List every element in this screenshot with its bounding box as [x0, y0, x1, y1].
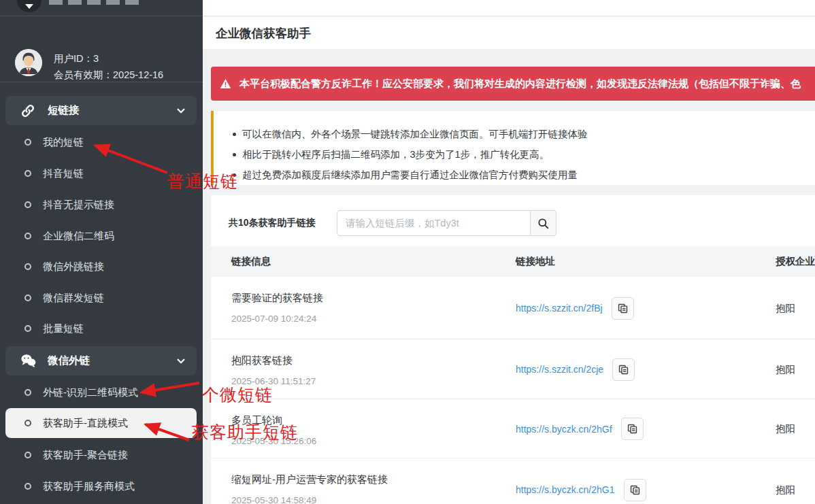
circle-bullet-icon [24, 483, 31, 490]
circle-bullet-icon [24, 170, 31, 177]
circle-bullet-icon [24, 201, 31, 208]
sidebar-menu: 短链接 我的短链 抖音短链 抖音无提示链接 企业微信二维码 微信外跳链接 微信群… [0, 83, 203, 504]
sidebar-item-my-shortlink[interactable]: 我的短链 [5, 129, 197, 156]
authorized-company-cell: 抱阳 [776, 339, 795, 399]
tip-item: 超过免费添加额度后继续添加用户需要自行通过企业微信官方付费购买使用量 [231, 165, 808, 185]
tips-panel: 可以在微信内、外各个场景一键跳转添加企业微信页面。可手机端打开链接体验 相比于跳… [211, 111, 815, 185]
copy-button[interactable] [612, 358, 635, 381]
search-input[interactable] [337, 210, 531, 236]
link-list-card: 共10条获客助手链接 链接信息 链接地址 授权企业 需要验证的获客链接 2025… [211, 195, 815, 504]
table-row: 抱阳获客链接 2025-06-30 11:51:27 https://s.szz… [211, 339, 815, 399]
table-row: 多员工轮询 2025-05-30 15:26:06 https://s.bycz… [211, 399, 815, 458]
link-address-cell: https://s.szzit.cn/2fBj [516, 277, 634, 339]
sidebar-item-assistant-direct-jump[interactable]: 获客助手-直跳模式 [5, 408, 197, 438]
copy-button[interactable] [624, 479, 646, 501]
link-date: 2025-07-09 10:24:24 [231, 314, 323, 324]
circle-bullet-icon [24, 295, 31, 301]
copy-button[interactable] [621, 418, 644, 440]
circle-bullet-icon [24, 139, 31, 146]
link-info-cell: 需要验证的获客链接 2025-07-09 10:24:24 [231, 292, 323, 324]
sidebar: 用户ID：3 会员有效期：2025-12-16 短链接 我的短链 抖音短链 [0, 0, 203, 504]
page-title: 企业微信获客助手 [216, 25, 311, 41]
user-id-line: 用户ID：3 [54, 50, 163, 67]
sidebar-item-wechat-group[interactable]: 微信群发短链 [5, 284, 197, 312]
sidebar-item-assistant-aggregate[interactable]: 获客助手-聚合链接 [5, 441, 197, 469]
link-address-cell: https://s.byczk.cn/2hG1 [516, 458, 646, 504]
short-link-url[interactable]: https://s.byczk.cn/2hG1 [516, 484, 615, 495]
short-link-url[interactable]: https://s.szzit.cn/2cje [516, 364, 603, 375]
column-header-link-address: 链接地址 [516, 255, 555, 268]
table-header: 链接信息 链接地址 授权企业 [211, 246, 815, 277]
circle-bullet-icon [24, 420, 31, 426]
circle-bullet-icon [24, 263, 31, 270]
column-header-link-info: 链接信息 [231, 255, 271, 268]
table-row: 需要验证的获客链接 2025-07-09 10:24:24 https://s.… [211, 277, 815, 339]
circle-bullet-icon [24, 389, 31, 396]
warning-text: 本平台积极配合警方反诈工作！应公安部要求，我们将对生成的内容进行检测，如发现违反… [239, 78, 801, 90]
search-row: 共10条获客助手链接 [229, 210, 556, 236]
search-button[interactable] [531, 210, 556, 236]
authorized-company-cell: 抱阳 [776, 458, 795, 504]
tips-list: 可以在微信内、外各个场景一键跳转添加企业微信页面。可手机端打开链接体验 相比于跳… [231, 124, 808, 185]
member-expiry-line: 会员有效期：2025-12-16 [54, 67, 163, 83]
link-count-label: 共10条获客助手链接 [229, 217, 337, 229]
chevron-down-icon [176, 356, 186, 366]
tip-item: 相比于跳转小程序后扫描二维码添加，3步变为了1步，推广转化更高。 [231, 144, 808, 165]
brand-text-clipped [49, 0, 139, 8]
authorized-company-cell: 抱阳 [776, 399, 795, 458]
menu-section-label: 微信外链 [48, 354, 90, 368]
sidebar-item-batch-shortlink[interactable]: 批量短链 [5, 315, 197, 342]
warning-triangle-icon [220, 78, 231, 89]
link-info-cell: 缩短网址-用户运营专家的获客链接 2025-05-30 14:58:49 [231, 473, 388, 504]
sidebar-item-wecom-qrcode[interactable]: 企业微信二维码 [5, 222, 197, 250]
sidebar-item-assistant-provider-mode[interactable]: 获客助手服务商模式 [5, 473, 197, 500]
link-date: 2025-05-30 14:58:49 [231, 495, 388, 504]
menu-section-wechat-external[interactable]: 微信外链 [5, 346, 197, 375]
table-row: 缩短网址-用户运营专家的获客链接 2025-05-30 14:58:49 htt… [211, 458, 815, 504]
anti-fraud-warning-banner: 本平台积极配合警方反诈工作！应公安部要求，我们将对生成的内容进行检测，如发现违反… [211, 67, 815, 101]
annotation-normal-short-link: 普通短链 [167, 170, 238, 192]
brand-header [0, 0, 203, 16]
link-icon [20, 103, 35, 118]
user-details: 用户ID：3 会员有效期：2025-12-16 [54, 50, 163, 83]
menu-section-shortlink[interactable]: 短链接 [5, 96, 197, 125]
column-header-authorized-company: 授权企业 [776, 255, 815, 268]
chevron-down-icon [176, 106, 186, 116]
copy-icon [617, 303, 629, 314]
link-address-cell: https://s.byczk.cn/2hGf [516, 399, 644, 458]
sidebar-item-wechat-jump[interactable]: 微信外跳链接 [5, 253, 197, 280]
link-name: 需要验证的获客链接 [231, 292, 323, 305]
annotation-acquisition-assistant-short-link: 获客助手短链 [192, 421, 298, 443]
link-name: 抱阳获客链接 [231, 354, 316, 367]
user-avatar [15, 49, 42, 76]
menu-section-label: 短链接 [48, 103, 80, 118]
link-name: 缩短网址-用户运营专家的获客链接 [231, 473, 388, 486]
tip-item: 可以在微信内、外各个场景一键跳转添加企业微信页面。可手机端打开链接体验 [231, 124, 808, 144]
annotation-personal-wechat-short-link: 个微短链 [202, 384, 273, 406]
table-body: 需要验证的获客链接 2025-07-09 10:24:24 https://s.… [211, 277, 815, 504]
copy-icon [629, 484, 641, 496]
link-address-cell: https://s.szzit.cn/2cje [516, 339, 635, 399]
sidebar-item-douyin-noprompt[interactable]: 抖音无提示链接 [5, 191, 197, 218]
search-icon [537, 217, 550, 230]
title-bar: 企业微信获客助手 [203, 17, 815, 49]
authorized-company-cell: 抱阳 [776, 277, 795, 339]
copy-icon [618, 364, 629, 375]
app-root: 用户ID：3 会员有效期：2025-12-16 短链接 我的短链 抖音短链 [0, 0, 815, 504]
copy-icon [627, 423, 638, 435]
circle-bullet-icon [24, 452, 31, 458]
top-navbar [203, 0, 815, 16]
copy-button[interactable] [612, 297, 634, 320]
sidebar-item-external-qrcode-mode[interactable]: 外链-识别二维码模式 [5, 379, 197, 406]
short-link-url[interactable]: https://s.szzit.cn/2fBj [516, 303, 603, 314]
wechat-icon [20, 354, 35, 369]
circle-bullet-icon [24, 325, 31, 332]
short-link-url[interactable]: https://s.byczk.cn/2hGf [516, 424, 612, 435]
brand-logo-icon [17, 0, 41, 12]
link-info-cell: 抱阳获客链接 2025-06-30 11:51:27 [231, 354, 316, 386]
circle-bullet-icon [24, 233, 31, 239]
user-info-panel: 用户ID：3 会员有效期：2025-12-16 [0, 16, 203, 82]
